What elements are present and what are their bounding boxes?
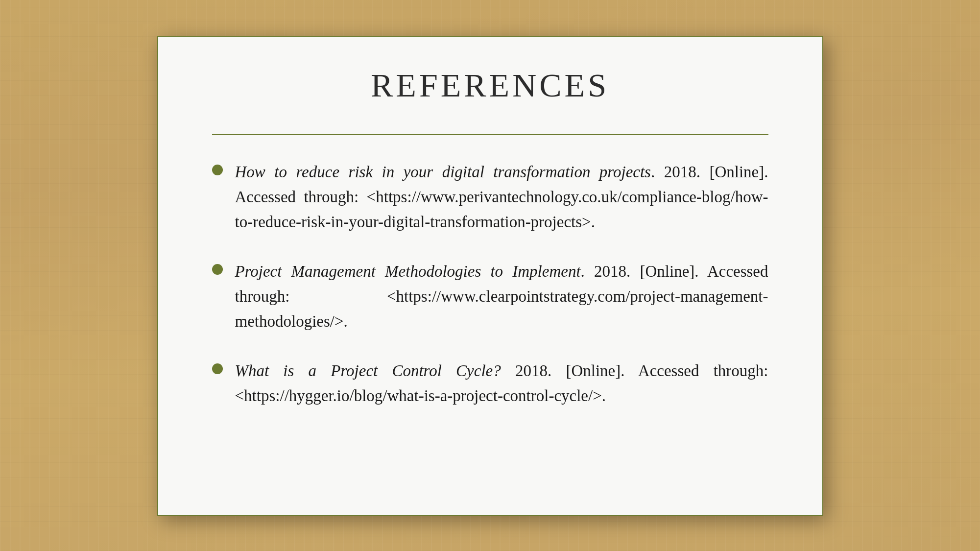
list-item: How to reduce risk in your digital trans… (212, 160, 768, 235)
bullet-icon (212, 264, 223, 275)
title-divider (212, 134, 768, 135)
reference-text: Project Management Methodologies to Impl… (235, 259, 768, 334)
ref-title: How to reduce risk in your digital trans… (235, 163, 651, 181)
reference-text: What is a Project Control Cycle? 2018. [… (235, 359, 768, 408)
bullet-icon (212, 165, 223, 175)
bullet-icon (212, 363, 223, 374)
slide: REFERENCES How to reduce risk in your di… (157, 36, 823, 516)
ref-title: Project Management Methodologies to Impl… (235, 263, 581, 280)
slide-content: REFERENCES How to reduce risk in your di… (158, 37, 822, 515)
list-item: What is a Project Control Cycle? 2018. [… (212, 359, 768, 408)
slide-container: REFERENCES How to reduce risk in your di… (157, 36, 823, 516)
references-list: How to reduce risk in your digital trans… (212, 160, 768, 485)
reference-text: How to reduce risk in your digital trans… (235, 160, 768, 235)
slide-title: REFERENCES (212, 66, 768, 120)
ref-title: What is a Project Control Cycle? (235, 362, 501, 380)
list-item: Project Management Methodologies to Impl… (212, 259, 768, 334)
